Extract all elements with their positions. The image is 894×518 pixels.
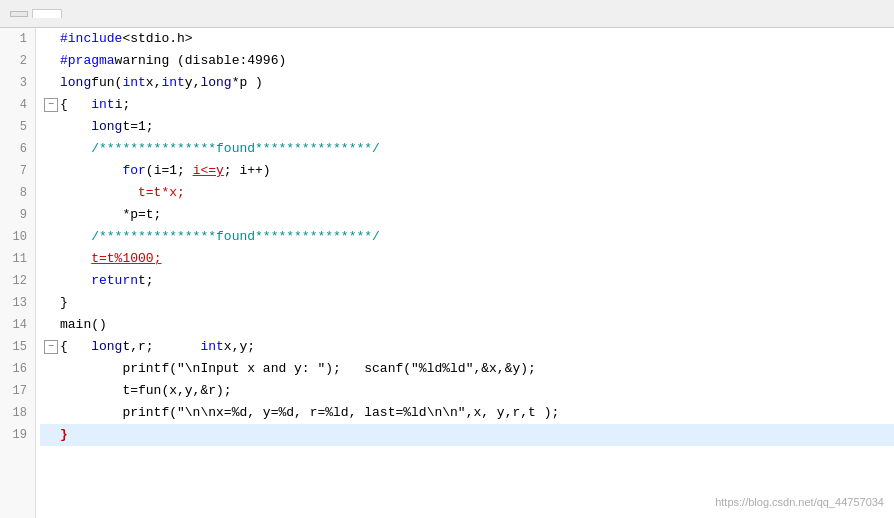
- line-number: 18: [0, 402, 31, 424]
- collapse-icon[interactable]: −: [44, 340, 58, 354]
- line-number: 3: [0, 72, 31, 94]
- line-number: 5: [0, 116, 31, 138]
- collapse-icon[interactable]: −: [44, 98, 58, 112]
- line-numbers: 12345678910111213141516171819: [0, 28, 36, 518]
- code-line: #pragma warning (disable:4996): [40, 50, 894, 72]
- code-line: main(): [40, 314, 894, 336]
- code-line: }: [40, 424, 894, 446]
- line-number: 17: [0, 380, 31, 402]
- line-number: 13: [0, 292, 31, 314]
- code-line: *p=t;: [40, 204, 894, 226]
- debug-button[interactable]: [10, 11, 28, 17]
- code-line: long fun(int x,int y,long *p ): [40, 72, 894, 94]
- code-line: −{ int i;: [40, 94, 894, 116]
- line-number: 7: [0, 160, 31, 182]
- watermark: https://blog.csdn.net/qq_44757034: [715, 496, 884, 508]
- code-line: printf("\n\nx=%d, y=%d, r=%ld, last=%ld\…: [40, 402, 894, 424]
- line-number: 14: [0, 314, 31, 336]
- code-line: }: [40, 292, 894, 314]
- line-number: 4: [0, 94, 31, 116]
- file-tab[interactable]: [32, 9, 62, 18]
- code-line: for(i=1; i<=y; i++): [40, 160, 894, 182]
- top-bar: [0, 0, 894, 28]
- code-line: −{ long t,r; int x,y;: [40, 336, 894, 358]
- code-line: /***************found***************/: [40, 226, 894, 248]
- line-number: 12: [0, 270, 31, 292]
- line-number: 9: [0, 204, 31, 226]
- line-number: 15: [0, 336, 31, 358]
- line-number: 16: [0, 358, 31, 380]
- code-line: #include <stdio.h>: [40, 28, 894, 50]
- line-number: 19: [0, 424, 31, 446]
- code-line: return t;: [40, 270, 894, 292]
- code-line: /***************found***************/: [40, 138, 894, 160]
- editor-area: 12345678910111213141516171819 #include <…: [0, 28, 894, 518]
- code-line: t=fun(x,y,&r);: [40, 380, 894, 402]
- code-content[interactable]: #include <stdio.h>#pragma warning (disab…: [36, 28, 894, 518]
- line-number: 10: [0, 226, 31, 248]
- line-number: 6: [0, 138, 31, 160]
- code-line: printf("\nInput x and y: "); scanf("%ld%…: [40, 358, 894, 380]
- line-number: 8: [0, 182, 31, 204]
- code-line: t=t*x;: [40, 182, 894, 204]
- line-number: 2: [0, 50, 31, 72]
- code-line: long t=1;: [40, 116, 894, 138]
- line-number: 1: [0, 28, 31, 50]
- line-number: 11: [0, 248, 31, 270]
- code-line: t=t%1000;: [40, 248, 894, 270]
